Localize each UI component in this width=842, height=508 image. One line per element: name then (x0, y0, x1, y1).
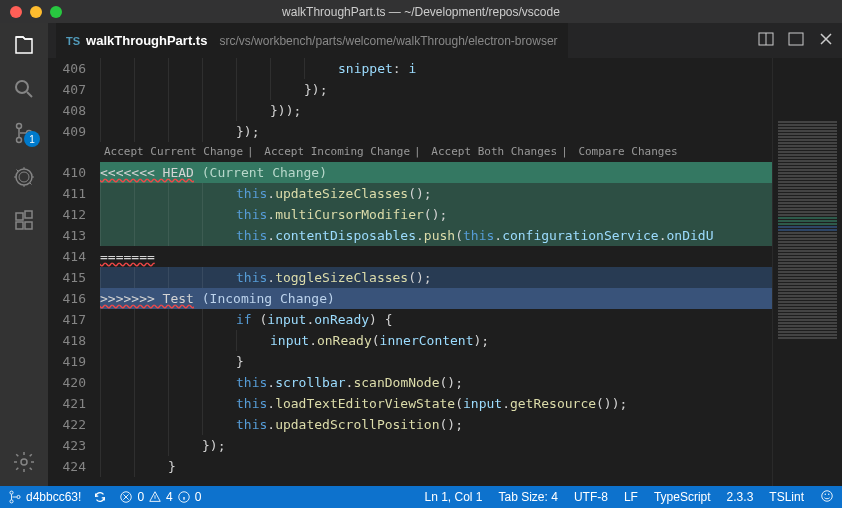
svg-rect-5 (16, 213, 23, 220)
compare-changes-link[interactable]: Compare Changes (578, 145, 677, 158)
accept-both-link[interactable]: Accept Both Changes (431, 145, 557, 158)
svg-rect-7 (25, 222, 32, 229)
svg-point-13 (10, 500, 13, 503)
tab-size[interactable]: Tab Size: 4 (499, 490, 558, 504)
tab-filename: walkThroughPart.ts (86, 33, 207, 48)
svg-point-0 (16, 81, 28, 93)
conflict-incoming-marker: >>>>>>> Test (100, 291, 194, 306)
source-control-icon[interactable]: 1 (12, 121, 36, 145)
svg-rect-6 (16, 222, 23, 229)
git-branch-status[interactable]: d4bbcc63! (8, 490, 81, 504)
editor-content[interactable]: 406 407 408 409 410 411 412 413 414 415 … (48, 58, 842, 486)
window-title: walkThroughPart.ts — ~/Development/repos… (282, 5, 560, 19)
svg-point-18 (825, 493, 826, 494)
activity-bar: 1 (0, 23, 48, 486)
svg-rect-8 (25, 211, 32, 218)
svg-rect-11 (789, 33, 803, 45)
svg-point-19 (828, 493, 829, 494)
close-window-button[interactable] (10, 6, 22, 18)
sync-status[interactable] (93, 490, 107, 504)
eol[interactable]: LF (624, 490, 638, 504)
svg-point-1 (17, 124, 22, 129)
feedback-icon[interactable] (820, 489, 834, 506)
svg-point-12 (10, 491, 13, 494)
tab-bar: TS walkThroughPart.ts src/vs/workbench/p… (48, 23, 842, 58)
tab-path: src/vs/workbench/parts/welcome/walkThrou… (219, 34, 557, 48)
cursor-position[interactable]: Ln 1, Col 1 (424, 490, 482, 504)
svg-point-14 (17, 495, 20, 498)
split-editor-icon[interactable] (758, 31, 774, 51)
settings-gear-icon[interactable] (12, 450, 36, 474)
ts-version[interactable]: 2.3.3 (727, 490, 754, 504)
merge-codelens: Accept Current Change| Accept Incoming C… (100, 142, 772, 162)
more-actions-icon[interactable] (788, 31, 804, 51)
svg-point-17 (822, 490, 833, 501)
accept-incoming-link[interactable]: Accept Incoming Change (264, 145, 410, 158)
explorer-icon[interactable] (12, 33, 36, 57)
minimap[interactable] (772, 58, 842, 486)
extensions-icon[interactable] (12, 209, 36, 233)
svg-point-9 (21, 459, 27, 465)
status-bar: d4bbcc63! 0 4 0 Ln 1, Col 1 Tab Size: 4 … (0, 486, 842, 508)
language-mode[interactable]: TypeScript (654, 490, 711, 504)
minimize-window-button[interactable] (30, 6, 42, 18)
conflict-head-marker: <<<<<<< HEAD (100, 165, 194, 180)
tslint-status[interactable]: TSLint (769, 490, 804, 504)
scm-badge: 1 (24, 131, 40, 147)
problems-status[interactable]: 0 4 0 (119, 490, 201, 504)
debug-icon[interactable] (12, 165, 36, 189)
svg-point-2 (17, 138, 22, 143)
titlebar: walkThroughPart.ts — ~/Development/repos… (0, 0, 842, 23)
tab-active[interactable]: TS walkThroughPart.ts src/vs/workbench/p… (56, 23, 568, 58)
search-icon[interactable] (12, 77, 36, 101)
encoding[interactable]: UTF-8 (574, 490, 608, 504)
svg-point-4 (16, 169, 32, 185)
accept-current-link[interactable]: Accept Current Change (104, 145, 243, 158)
conflict-separator: ======= (100, 249, 155, 264)
close-tab-icon[interactable] (818, 31, 834, 51)
typescript-file-icon: TS (66, 35, 80, 47)
line-number-gutter: 406 407 408 409 410 411 412 413 414 415 … (48, 58, 100, 486)
maximize-window-button[interactable] (50, 6, 62, 18)
